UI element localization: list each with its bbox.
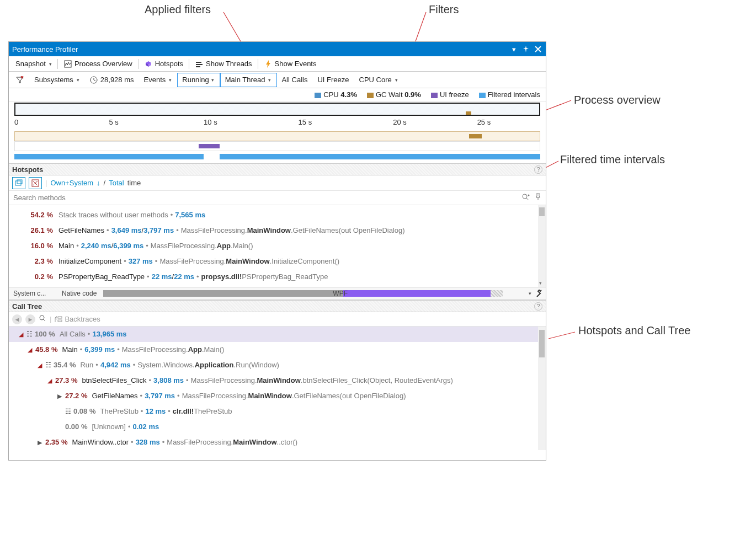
svg-line-2 [545, 100, 571, 110]
subsystem-barchart [103, 290, 503, 297]
configure-icon[interactable] [531, 289, 546, 298]
wave-icon [63, 60, 72, 68]
calltree-toolbar: ◄ ► | Backtraces [9, 312, 546, 327]
hotspot-row[interactable]: 2.3 %InitializeComponent • 327 ms • Mass… [9, 254, 546, 269]
calltree-row[interactable]: ◢☷100 %All Calls • 13,965 ms [9, 327, 546, 342]
running-filter[interactable]: Running▾ [177, 73, 220, 87]
svg-rect-11 [17, 180, 22, 184]
filtered-intervals-track[interactable] [14, 152, 540, 161]
subsystems-filter[interactable]: Subsystems▾ [30, 73, 85, 87]
calltree-row[interactable]: ▶27.2 %GetFileNames • 3,797 ms • MassFil… [9, 388, 546, 404]
help-icon[interactable]: ? [534, 165, 542, 174]
svg-rect-6 [196, 62, 201, 63]
gc-swatch-icon [367, 93, 374, 98]
svg-rect-7 [196, 64, 203, 65]
total-link[interactable]: Total [109, 179, 124, 187]
calltree-row[interactable]: ◢☷35.4 %Run • 4,942 ms • System.Windows.… [9, 357, 546, 373]
calltree-list: ◢☷100 %All Calls • 13,965 ms◢45.8 %Main … [9, 327, 546, 450]
pin-icon[interactable] [521, 45, 530, 54]
cpu-metric: CPU 4.3% [315, 90, 357, 99]
hotspot-row[interactable]: 16.0 %Main • 2,240 ms / 6,399 ms • MassF… [9, 238, 546, 254]
native-code-label: Native code [57, 290, 101, 297]
cpu-core-filter[interactable]: CPU Core▾ [355, 73, 403, 87]
calltree-scrollbar[interactable] [538, 327, 546, 450]
time-total-display[interactable]: 28,928 ms [85, 73, 140, 87]
hotspots-subtoolbar: | Own+System↓ / Total time [9, 175, 546, 191]
show-events-button[interactable]: Show Events [259, 57, 321, 71]
clock-icon [89, 76, 98, 84]
search-options-icon[interactable] [521, 193, 530, 202]
svg-rect-17 [58, 320, 62, 322]
hotspot-row[interactable]: 26.1 %GetFileNames • 3,649 ms / 3,797 ms… [9, 223, 546, 238]
close-icon[interactable] [534, 45, 542, 54]
filter-clear-button[interactable] [29, 177, 42, 189]
search-icon[interactable] [39, 314, 46, 324]
process-overview-button[interactable]: Process Overview [59, 57, 137, 71]
ui-freeze-filter[interactable]: UI Freeze [313, 73, 354, 87]
svg-rect-16 [58, 317, 62, 318]
calltree-row[interactable]: 0.00 %[Unknown] • 0.02 ms [9, 419, 546, 435]
system-code-label: System c... [9, 290, 57, 297]
funnel-x-icon [15, 76, 24, 84]
cube-icon [144, 60, 153, 68]
metrics-legend: CPU 4.3% GC Wait 0.9% UI freeze Filtered… [9, 88, 546, 101]
events-filter[interactable]: Events▾ [140, 73, 178, 87]
calltree-row[interactable]: ◢45.8 %Main • 6,399 ms • MassFileProcess… [9, 342, 546, 357]
gc-metric: GC Wait 0.9% [367, 90, 421, 99]
snapshot-button[interactable]: Snapshot▾ [11, 57, 56, 71]
hotspot-row[interactable]: 0.2 %PSPropertyBag_ReadType • 22 ms / 22… [9, 269, 546, 285]
gc-wait-track[interactable] [14, 131, 540, 141]
hotspots-search-row [9, 191, 546, 205]
hotspots-list: 54.2 %Stack traces without user methods … [9, 205, 546, 287]
threads-icon [195, 60, 204, 68]
lightning-icon [264, 60, 273, 68]
uifreeze-metric: UI freeze [431, 90, 469, 99]
all-calls-filter[interactable]: All Calls [277, 73, 313, 87]
window-menu-icon[interactable]: ▾ [509, 45, 518, 54]
profiler-window: Performance Profiler ▾ Snapshot▾ Process… [8, 41, 546, 461]
process-overview-strip[interactable] [14, 103, 540, 116]
calltree-row[interactable]: ☷0.08 %ThePreStub • 12 ms • clr.dll!TheP… [9, 404, 546, 419]
main-toolbar: Snapshot▾ Process Overview Hotspots Show… [9, 56, 546, 72]
svg-line-4 [549, 332, 575, 339]
hotspot-row[interactable]: 54.2 %Stack traces without user methods … [9, 207, 546, 223]
subsystem-breakdown-row: System c... Native code WPF ▾ [9, 287, 546, 300]
backtraces-button[interactable]: Backtraces [55, 315, 100, 323]
hotspots-button[interactable]: Hotspots [140, 57, 188, 71]
nav-back-button[interactable]: ◄ [12, 314, 22, 324]
window-title: Performance Profiler [12, 45, 78, 54]
filter-toolbar: Subsystems▾ 28,928 ms Events▾ Running▾ M… [9, 72, 546, 88]
ui-freeze-track[interactable] [14, 141, 540, 151]
timeline-ruler[interactable]: 0 5 s 10 s 15 s 20 s 25 s [14, 119, 540, 131]
svg-rect-10 [15, 181, 21, 185]
search-input[interactable] [13, 194, 517, 202]
own-system-link[interactable]: Own+System [50, 179, 93, 187]
help-icon[interactable]: ? [534, 302, 542, 311]
pin-results-icon[interactable] [535, 193, 541, 202]
hotspots-scrollbar[interactable]: ▾ [538, 205, 546, 287]
wpf-label: WPF [328, 290, 352, 297]
collapse-button[interactable] [12, 177, 25, 189]
filtered-metric: Filtered intervals [479, 90, 540, 99]
calltree-row[interactable]: ◢27.3 %btnSelectFiles_Click • 3,808 ms •… [9, 373, 546, 388]
svg-point-14 [528, 195, 530, 196]
titlebar: Performance Profiler ▾ [9, 42, 546, 56]
calltree-header: Call Tree ? [9, 300, 546, 312]
main-thread-filter[interactable]: Main Thread▾ [220, 73, 278, 87]
clear-filters-button[interactable] [11, 73, 30, 87]
hotspots-header: Hotspots ? [9, 163, 546, 175]
uifreeze-swatch-icon [431, 93, 438, 98]
filtered-swatch-icon [479, 93, 486, 98]
svg-point-15 [40, 316, 44, 320]
calltree-row[interactable]: ▶2.35 %MainWindow..ctor • 328 ms • MassF… [9, 435, 546, 450]
nav-forward-button[interactable]: ► [25, 314, 35, 324]
show-threads-button[interactable]: Show Threads [190, 57, 257, 71]
svg-point-13 [523, 194, 527, 199]
svg-rect-8 [196, 66, 200, 67]
cpu-swatch-icon [315, 93, 321, 98]
